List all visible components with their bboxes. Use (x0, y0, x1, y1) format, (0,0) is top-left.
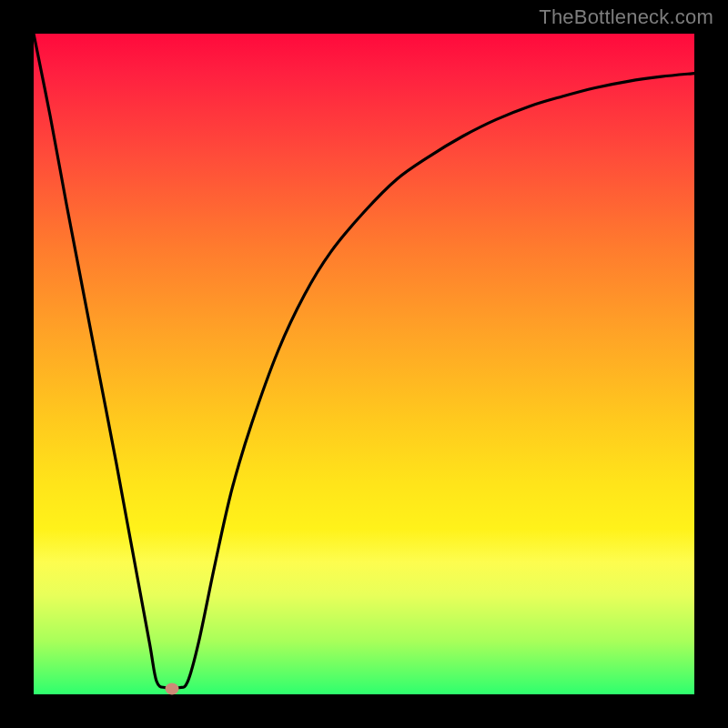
plot-area (34, 34, 694, 694)
chart-frame: TheBottleneck.com (0, 0, 728, 728)
optimal-point-marker (166, 683, 179, 695)
bottleneck-curve (34, 34, 694, 694)
watermark-text: TheBottleneck.com (539, 5, 713, 29)
